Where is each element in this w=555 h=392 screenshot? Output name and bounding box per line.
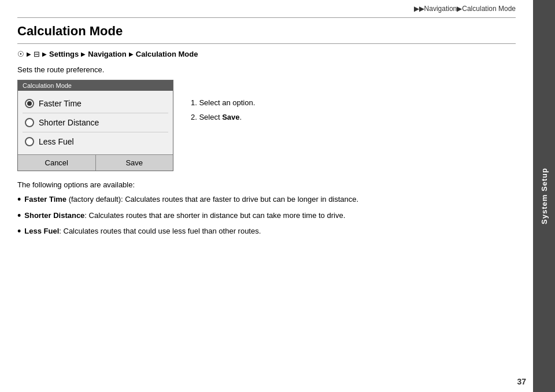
bullet-suffix-shorter-distance: : Calculates routes that are shorter in … (84, 211, 345, 220)
bullet-dot-1: • (17, 194, 21, 205)
bullet-dot-2: • (17, 210, 21, 221)
following-text: The following options are available: (17, 180, 516, 189)
radio-faster-time[interactable] (25, 99, 34, 108)
bullet-faster-time-text: Faster Time (factory default): Calculate… (24, 194, 358, 205)
bullet-faster-time: • Faster Time (factory default): Calcula… (17, 194, 516, 205)
sidebar-label: System Setup (540, 168, 549, 224)
option-less-fuel-label: Less Fuel (39, 137, 74, 146)
page-title: Calculation Mode (17, 24, 516, 44)
nav-arrow-3: ▶ (81, 51, 86, 57)
option-shorter-distance-label: Shorter Distance (39, 118, 99, 127)
description: Sets the route preference. (17, 65, 516, 74)
sidebar: System Setup (533, 0, 555, 392)
option-shorter-distance[interactable]: Shorter Distance (23, 113, 168, 132)
bullet-suffix-faster-time: (factory default): Calculates routes tha… (66, 195, 358, 204)
bullet-less-fuel-text: Less Fuel: Calculates routes that could … (24, 225, 261, 237)
top-breadcrumb: ▶▶Navigation▶Calculation Mode (17, 0, 516, 18)
step-2: 2. Select Save. (191, 112, 255, 123)
nav-row: ☉ ▶ ⊟ ▶ Settings ▶ Navigation ▶ Calculat… (17, 50, 516, 58)
nav-settings: Settings (49, 50, 79, 58)
bullet-less-fuel: • Less Fuel: Calculates routes that coul… (17, 225, 516, 237)
nav-calc-mode: Calculation Mode (136, 50, 198, 58)
save-button[interactable]: Save (96, 155, 173, 171)
bullet-term-shorter-distance: Shorter Distance (24, 211, 84, 220)
bullet-term-faster-time: Faster Time (24, 195, 66, 204)
radio-less-fuel[interactable] (25, 137, 34, 146)
dialog-title: Calculation Mode (18, 80, 173, 91)
option-faster-time[interactable]: Faster Time (23, 94, 168, 113)
bullet-list: • Faster Time (factory default): Calcula… (17, 194, 516, 237)
nav-arrow-4: ▶ (129, 51, 134, 57)
bullet-shorter-distance-text: Shorter Distance: Calculates routes that… (24, 210, 345, 221)
nav-navigation: Navigation (88, 50, 126, 58)
step-1: 1. Select an option. (191, 97, 255, 109)
nav-icon-menu: ⊟ (34, 50, 40, 58)
bullet-suffix-less-fuel: : Calculates routes that could use less … (59, 227, 261, 235)
bullet-term-less-fuel: Less Fuel (24, 227, 59, 235)
step-2-suffix: . (240, 113, 242, 121)
dialog-box: Calculation Mode Faster Time Shorter Dis… (17, 80, 173, 171)
bullet-dot-3: • (17, 226, 21, 236)
page-number: 37 (517, 377, 526, 386)
option-less-fuel[interactable]: Less Fuel (23, 132, 168, 151)
steps-column: 1. Select an option. 2. Select Save. (191, 80, 255, 171)
nav-icon-home: ☉ (17, 50, 24, 58)
radio-shorter-distance[interactable] (25, 118, 34, 127)
step-2-prefix: 2. Select (191, 113, 222, 121)
dialog-options: Faster Time Shorter Distance Less Fuel (18, 91, 173, 154)
dialog-buttons: Cancel Save (18, 154, 173, 171)
cancel-button[interactable]: Cancel (18, 155, 96, 171)
option-faster-time-label: Faster Time (39, 99, 82, 108)
breadcrumb-text: ▶▶Navigation▶Calculation Mode (414, 5, 516, 13)
content-columns: Calculation Mode Faster Time Shorter Dis… (17, 80, 516, 171)
nav-arrow-2: ▶ (42, 51, 47, 57)
nav-arrow-1: ▶ (27, 51, 31, 57)
main-content: ▶▶Navigation▶Calculation Mode Calculatio… (0, 0, 533, 392)
bullet-shorter-distance: • Shorter Distance: Calculates routes th… (17, 210, 516, 221)
step-2-bold: Save (222, 113, 239, 121)
